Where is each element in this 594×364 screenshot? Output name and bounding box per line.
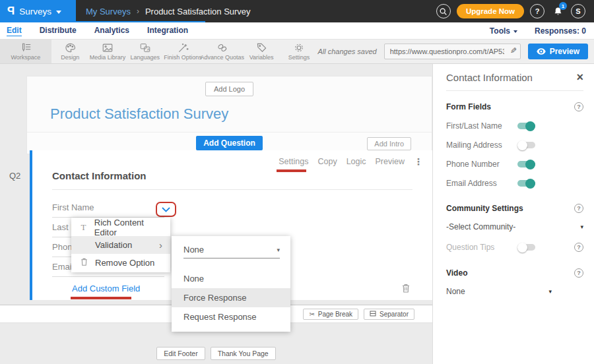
breadcrumb-my-surveys[interactable]: My Surveys <box>86 7 131 16</box>
survey-title[interactable]: Product Satisfaction Survey <box>50 106 432 123</box>
kebab-menu-icon[interactable]: ⋮ <box>414 157 423 166</box>
question-action-settings[interactable]: Settings <box>279 157 308 166</box>
tab-integration[interactable]: Integration <box>147 26 188 36</box>
preview-button[interactable]: Preview <box>528 44 588 59</box>
media-library-icon <box>102 43 114 53</box>
upgrade-now-button[interactable]: Upgrade Now <box>457 4 524 18</box>
eye-icon <box>537 48 546 55</box>
question-action-preview[interactable]: Preview <box>376 157 405 166</box>
add-logo-button[interactable]: Add Logo <box>205 82 253 96</box>
toolbar-settings[interactable]: Settings <box>280 40 318 63</box>
search-button[interactable] <box>436 4 451 18</box>
tab-edit[interactable]: Edit <box>7 26 22 36</box>
survey-link-field: ✎ <box>384 44 521 59</box>
question-action-logic[interactable]: Logic <box>346 157 366 166</box>
questionpro-logo-icon: P <box>7 5 15 18</box>
product-switcher[interactable]: P Surveys <box>0 0 76 22</box>
toolbar-media-library[interactable]: Media Library <box>89 40 127 63</box>
help-circle-icon[interactable]: ? <box>574 204 583 213</box>
field-context-menu: T Rich Content Editor Validation › Remov… <box>71 218 170 272</box>
annotation-settings-underline <box>277 169 306 172</box>
search-icon <box>439 7 447 16</box>
toolbar-languages[interactable]: A Languages <box>126 40 164 63</box>
help-button[interactable]: ? <box>530 4 544 18</box>
chevron-down-icon: ▾ <box>580 224 583 230</box>
responses-count[interactable]: Responses: 0 <box>535 26 586 36</box>
add-intro-button[interactable]: Add Intro <box>367 137 411 150</box>
option-none[interactable]: None <box>172 269 290 288</box>
menu-item-remove-option[interactable]: Remove Option <box>71 254 170 272</box>
avatar-initial: S <box>576 7 580 15</box>
tools-label: Tools <box>490 26 510 36</box>
separator-icon <box>370 311 376 318</box>
toolbar-workspace[interactable]: Workspace <box>0 40 51 63</box>
active-survey-tab-underline <box>76 21 205 22</box>
video-heading: Video <box>446 268 467 278</box>
email-address-toggle[interactable] <box>517 180 535 187</box>
scissors-icon: ✂ <box>309 311 314 318</box>
delete-question-button[interactable] <box>402 284 410 295</box>
finish-options-icon <box>178 43 189 53</box>
toolbar-right: All changes saved ✎ Preview <box>317 40 594 63</box>
option-request-response[interactable]: Request Response <box>172 307 290 326</box>
settings-icon <box>294 43 304 53</box>
field-options-chevron-icon[interactable] <box>162 207 170 212</box>
trash-icon <box>402 284 410 293</box>
mailing-address-toggle[interactable] <box>517 142 535 148</box>
help-circle-icon[interactable]: ? <box>574 102 583 111</box>
notification-badge: 1 <box>559 2 567 10</box>
question-action-copy[interactable]: Copy <box>317 157 337 166</box>
notifications-button[interactable]: 1 <box>550 4 565 18</box>
advance-quotas-icon <box>216 43 228 53</box>
community-select[interactable]: -Select Community- ▾ <box>446 222 583 231</box>
sidebar-header: Contact Information × <box>446 64 583 83</box>
page-break-button[interactable]: ✂ Page Break <box>303 309 358 320</box>
help-circle-icon[interactable]: ? <box>574 243 583 252</box>
survey-footer-buttons: Edit Footer Thank You Page <box>0 347 432 360</box>
toggle-row-phone-number: Phone Number <box>446 160 583 169</box>
first-last-name-toggle[interactable] <box>517 123 535 129</box>
help-circle-icon[interactable]: ? <box>574 268 583 278</box>
chevron-down-icon <box>56 11 61 14</box>
question-title[interactable]: Contact Information <box>52 170 432 181</box>
tools-menu[interactable]: Tools <box>490 26 517 36</box>
toolbar-finish-options[interactable]: Finish Options <box>164 40 202 63</box>
chevron-down-icon <box>513 30 517 33</box>
menu-item-validation[interactable]: Validation › <box>71 236 170 254</box>
question-number: Q2 <box>9 171 20 181</box>
validation-options: None Force Response Request Response <box>172 269 290 326</box>
form-fields-section: Form Fields ? <box>446 102 583 111</box>
form-fields-heading: Form Fields <box>446 102 491 111</box>
close-icon[interactable]: × <box>576 71 583 83</box>
breadcrumb-separator: › <box>137 7 139 16</box>
toolbar-variables[interactable]: Variables <box>243 40 280 63</box>
toolbar-advance-quotas[interactable]: Advance Quotas <box>202 40 243 63</box>
annotation-add-custom-field-underline <box>71 297 131 299</box>
submenu-arrow-icon: › <box>159 240 162 250</box>
survey-canvas: Add Logo Product Satisfaction Survey Add… <box>0 64 432 364</box>
account-avatar[interactable]: S <box>571 4 585 18</box>
survey-url-input[interactable] <box>384 44 521 59</box>
thank-you-page-button[interactable]: Thank You Page <box>211 347 276 360</box>
toggle-row-mailing-address: Mailing Address <box>446 140 583 150</box>
field-first-name[interactable]: First Name <box>52 198 164 218</box>
tab-analytics[interactable]: Analytics <box>94 26 129 36</box>
phone-number-toggle[interactable] <box>517 161 535 167</box>
menu-item-rich-content-editor[interactable]: T Rich Content Editor <box>71 218 170 236</box>
toggle-row-first-last-name: First/Last Name <box>446 121 583 131</box>
content: Add Logo Product Satisfaction Survey Add… <box>0 64 594 364</box>
edit-url-pencil-icon[interactable]: ✎ <box>510 46 517 55</box>
separator-button[interactable]: Separator <box>364 309 414 320</box>
validation-submenu: None ▾ None Force Response Request Respo… <box>172 236 290 332</box>
add-custom-field-link[interactable]: Add Custom Field <box>72 284 140 293</box>
toolbar-design[interactable]: Design <box>51 40 89 63</box>
video-select[interactable]: None ▾ <box>446 287 552 296</box>
add-question-button[interactable]: Add Question <box>196 136 263 150</box>
question-mark-icon: ? <box>535 7 540 15</box>
tab-distribute[interactable]: Distribute <box>40 26 77 36</box>
option-force-response[interactable]: Force Response <box>172 288 290 307</box>
sidebar-divider <box>446 90 583 91</box>
question-tips-toggle[interactable] <box>517 244 535 251</box>
edit-footer-button[interactable]: Edit Footer <box>156 347 205 360</box>
validation-select[interactable]: None ▾ <box>183 245 280 258</box>
